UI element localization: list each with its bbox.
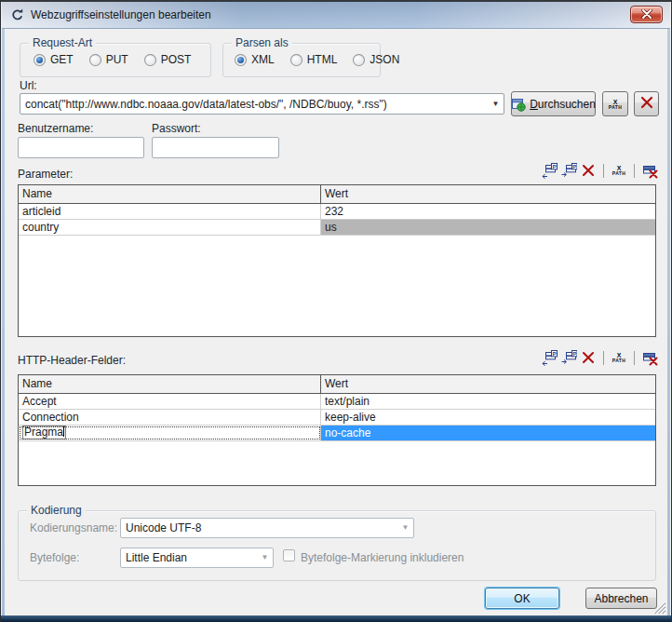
- column-header-name[interactable]: Name: [19, 375, 321, 393]
- window-frame-left: [2, 29, 5, 615]
- http-table-body: Accepttext/plainConnectionkeep-alivePrag…: [19, 394, 655, 441]
- titlebar[interactable]: Webzugriffseinstellungen bearbeiten: [2, 2, 670, 29]
- cell-name[interactable]: Accept: [19, 394, 321, 409]
- radio-icon: [235, 54, 247, 66]
- chevron-down-icon: ▼: [397, 524, 413, 532]
- http-headers-toolbar: P P XPATH: [538, 349, 658, 366]
- toolbar-separator: [603, 351, 604, 365]
- http-header-table: Name Wert Accepttext/plainConnectionkeep…: [18, 374, 656, 486]
- column-header-wert[interactable]: Wert: [321, 375, 655, 393]
- append-row-icon[interactable]: P: [541, 163, 558, 179]
- bom-checkbox-label: Bytefolge-Markierung inkludieren: [301, 551, 464, 564]
- bom-checkbox: [283, 549, 295, 561]
- parameter-table: Name Wert articleid232countryus: [18, 184, 656, 337]
- url-combobox[interactable]: concat("http://www.ndbc.noaaa.gov/data/l…: [20, 93, 504, 115]
- close-icon: [641, 8, 652, 21]
- cell-wert[interactable]: us: [321, 220, 655, 235]
- xpath-toolbar-icon[interactable]: XPATH: [611, 350, 627, 366]
- bytefolge-value: Little Endian: [121, 551, 257, 564]
- radio-label: POST: [161, 53, 192, 66]
- table-row: articleid232: [19, 204, 655, 220]
- delete-row-icon[interactable]: [580, 163, 597, 179]
- parameter-table-body: articleid232countryus: [19, 204, 655, 236]
- insert-row-icon[interactable]: P: [560, 163, 577, 179]
- cell-name[interactable]: Pragma: [19, 426, 321, 440]
- username-field[interactable]: [18, 137, 144, 158]
- inline-edit-box[interactable]: Pragma: [22, 426, 66, 439]
- svg-text:P: P: [552, 350, 556, 357]
- column-header-name[interactable]: Name: [19, 185, 321, 203]
- cell-wert[interactable]: no-cache: [321, 426, 655, 440]
- window-frame-right: [667, 29, 670, 615]
- username-label: Benutzername:: [18, 122, 93, 135]
- delete-all-icon[interactable]: [641, 163, 658, 179]
- kodierung-label: Kodierung: [27, 504, 86, 517]
- request-art-radios: GETPUTPOST: [34, 53, 207, 66]
- cell-name[interactable]: country: [19, 220, 321, 235]
- url-delete-button[interactable]: [634, 91, 659, 116]
- url-label: Url:: [20, 79, 37, 92]
- password-label: Passwort:: [152, 122, 201, 135]
- bytefolge-label: Bytefolge:: [30, 551, 79, 564]
- password-field[interactable]: [152, 137, 279, 158]
- table-row: Connectionkeep-alive: [19, 410, 655, 426]
- svg-text:P: P: [572, 350, 576, 357]
- chevron-down-icon: ▼: [257, 554, 273, 561]
- xpath-toolbar-icon[interactable]: XPATH: [611, 163, 627, 179]
- toolbar-separator: [634, 164, 635, 178]
- insert-row-icon[interactable]: P: [560, 350, 577, 366]
- ok-button[interactable]: OK: [485, 588, 559, 609]
- radio-icon: [89, 54, 101, 66]
- svg-text:P: P: [572, 163, 576, 169]
- kodierungsname-label: Kodierungsname:: [30, 521, 117, 534]
- radio-option-post[interactable]: POST: [144, 53, 192, 66]
- chevron-down-icon[interactable]: ▼: [488, 101, 504, 108]
- parsen-als-group: Parsen als XMLHTMLJSON: [222, 43, 381, 77]
- cell-wert[interactable]: 232: [321, 204, 655, 219]
- url-value: concat("http://www.ndbc.noaaa.gov/data/l…: [20, 98, 488, 111]
- svg-text:P: P: [552, 163, 556, 169]
- window-icon: [10, 7, 25, 22]
- window-frame-bottom: [1, 615, 671, 622]
- radio-icon: [34, 54, 46, 66]
- radio-option-xml[interactable]: XML: [235, 53, 275, 66]
- window-title: Webzugriffseinstellungen bearbeiten: [31, 8, 211, 21]
- delete-all-icon[interactable]: [641, 350, 658, 366]
- request-art-group: Request-Art GETPUTPOST: [20, 43, 211, 77]
- cell-name[interactable]: articleid: [19, 204, 321, 219]
- radio-label: HTML: [307, 53, 338, 66]
- ok-button-label: OK: [514, 592, 530, 605]
- radio-label: JSON: [370, 53, 399, 66]
- append-row-icon[interactable]: P: [541, 350, 558, 366]
- dialog-window: Webzugriffseinstellungen bearbeiten Requ…: [0, 0, 672, 622]
- url-xpath-button[interactable]: XPATH: [602, 91, 628, 116]
- cell-wert[interactable]: text/plain: [321, 394, 655, 409]
- cell-name[interactable]: Connection: [19, 410, 321, 425]
- radio-label: GET: [50, 53, 74, 66]
- dialog-content: Request-Art GETPUTPOST Parsen als XMLHTM…: [5, 30, 667, 615]
- radio-label: PUT: [106, 53, 128, 66]
- cancel-button-label: Abbrechen: [594, 592, 648, 605]
- parameter-label: Parameter:: [18, 168, 73, 181]
- parsen-als-radios: XMLHTMLJSON: [235, 53, 415, 66]
- table-row: Pragmano-cache: [19, 426, 655, 441]
- cancel-button[interactable]: Abbrechen: [585, 588, 657, 609]
- xpath-icon: XPATH: [609, 99, 622, 110]
- cell-wert[interactable]: keep-alive: [321, 410, 655, 425]
- table-row: countryus: [19, 220, 655, 236]
- kodierungsname-combobox: Unicode UTF-8 ▼: [120, 518, 414, 538]
- radio-option-put[interactable]: PUT: [89, 53, 128, 66]
- browse-icon: [511, 97, 526, 112]
- radio-label: XML: [251, 53, 275, 66]
- radio-option-json[interactable]: JSON: [353, 53, 399, 66]
- radio-option-get[interactable]: GET: [34, 53, 74, 66]
- http-table-header: Name Wert: [19, 375, 655, 394]
- browse-button[interactable]: Durchsuchen: [511, 91, 596, 116]
- delete-row-icon[interactable]: [580, 350, 597, 366]
- close-button[interactable]: [630, 6, 663, 23]
- text-caret: [63, 426, 64, 437]
- radio-option-html[interactable]: HTML: [290, 53, 338, 66]
- column-header-wert[interactable]: Wert: [321, 185, 655, 203]
- resize-grip[interactable]: [653, 602, 666, 615]
- radio-icon: [144, 54, 156, 66]
